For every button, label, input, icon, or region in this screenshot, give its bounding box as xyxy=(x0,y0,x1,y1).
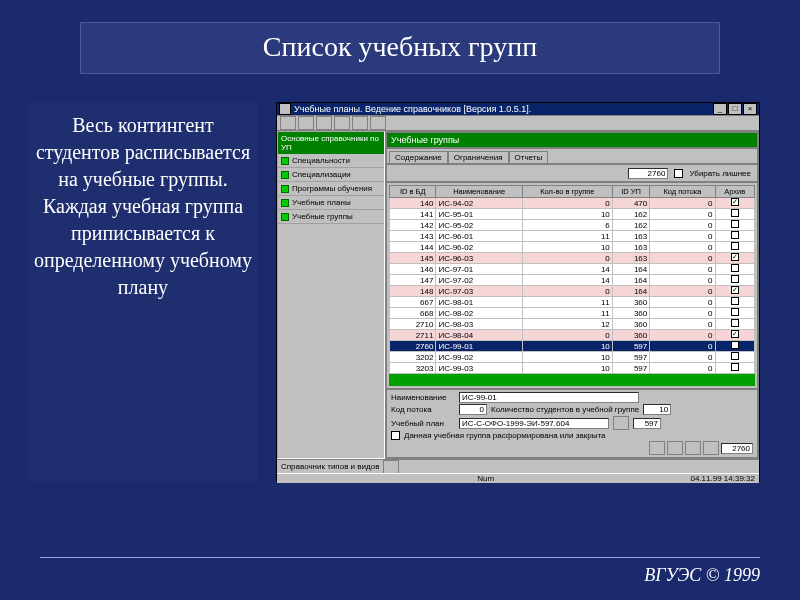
tab[interactable]: Отчеты xyxy=(509,151,549,163)
table-row[interactable]: 148ИС-97-0301640 xyxy=(390,286,755,297)
form-name-input[interactable]: ИС-99-01 xyxy=(459,392,639,403)
archive-checkbox[interactable] xyxy=(731,220,739,228)
archive-checkbox[interactable] xyxy=(731,330,739,338)
bullet-icon xyxy=(281,157,289,165)
form-plan-label: Учебный план xyxy=(391,419,455,428)
maximize-button[interactable]: □ xyxy=(728,103,742,115)
status-time: 04.11.99 14:39:32 xyxy=(690,474,755,483)
toolbar-button[interactable] xyxy=(298,116,314,130)
nav-id-display: 2760 xyxy=(721,443,753,454)
toolbar-button[interactable] xyxy=(352,116,368,130)
table-row[interactable]: 2760ИС-99-01105970 xyxy=(390,341,755,352)
nav-next-button[interactable] xyxy=(685,441,701,455)
column-header[interactable]: Архив xyxy=(715,186,754,198)
archive-checkbox[interactable] xyxy=(731,352,739,360)
toolbar-button[interactable] xyxy=(316,116,332,130)
minimize-button[interactable]: _ xyxy=(713,103,727,115)
sidebar-item-label: Учебные группы xyxy=(292,212,353,221)
toolbar-button[interactable] xyxy=(280,116,296,130)
archive-checkbox[interactable] xyxy=(731,198,739,206)
archive-checkbox[interactable] xyxy=(731,308,739,316)
column-header[interactable]: ID УП xyxy=(612,186,650,198)
bullet-icon xyxy=(281,199,289,207)
table-row[interactable]: 147ИС-97-02141640 xyxy=(390,275,755,286)
toolbar-button[interactable] xyxy=(370,116,386,130)
filter-checkbox[interactable] xyxy=(674,169,683,178)
nav-prev-button[interactable] xyxy=(667,441,683,455)
statusbar: Num 04.11.99 14:39:32 xyxy=(277,473,759,483)
table-row[interactable]: 2711ИС-98-0403600 xyxy=(390,330,755,341)
form-cnt-label: Количество студентов в учебной группе xyxy=(491,405,639,414)
sidebar-item[interactable]: Учебные группы xyxy=(278,210,384,224)
sidebar-item[interactable]: Специализации xyxy=(278,168,384,182)
archive-checkbox[interactable] xyxy=(731,242,739,250)
footer-divider xyxy=(40,557,760,558)
footer-text: ВГУЭС © 1999 xyxy=(644,565,760,586)
sidebar-item[interactable]: Программы обучения xyxy=(278,182,384,196)
archive-checkbox[interactable] xyxy=(731,286,739,294)
archive-checkbox[interactable] xyxy=(731,231,739,239)
table-row[interactable]: 146ИС-97-01141640 xyxy=(390,264,755,275)
table-row[interactable]: 145ИС-96-0301630 xyxy=(390,253,755,264)
sidebar-item-label: Специализации xyxy=(292,170,351,179)
form-name-label: Наименование xyxy=(391,393,455,402)
table-row[interactable]: 668ИС-98-02113600 xyxy=(390,308,755,319)
tab[interactable]: Содержание xyxy=(389,151,448,163)
table-row[interactable]: 142ИС-95-0261620 xyxy=(390,220,755,231)
form-cnt-input[interactable]: 10 xyxy=(643,404,671,415)
tab[interactable]: Ограничения xyxy=(448,151,509,163)
archive-checkbox[interactable] xyxy=(731,297,739,305)
detail-form: Наименование ИС-99-01 Код потока 0 Колич… xyxy=(387,390,757,457)
table-row[interactable]: 3203ИС-99-03105970 xyxy=(390,363,755,374)
table-row[interactable]: 3202ИС-99-02105970 xyxy=(390,352,755,363)
bottom-button[interactable] xyxy=(383,460,399,474)
tabs: СодержаниеОграниченияОтчеты xyxy=(387,149,757,163)
side-panel-header: Основные справочники по УП xyxy=(278,132,384,154)
app-window: Учебные планы. Ведение справочников [Вер… xyxy=(276,102,760,482)
form-arc-checkbox[interactable] xyxy=(391,431,400,440)
archive-checkbox[interactable] xyxy=(731,341,739,349)
filter-check-label: Убирать лишнее xyxy=(689,169,751,178)
toolbar-button[interactable] xyxy=(334,116,350,130)
toolbar xyxy=(277,116,759,131)
main-header: Учебные группы xyxy=(387,133,757,147)
column-header[interactable]: Наименование xyxy=(436,186,522,198)
archive-checkbox[interactable] xyxy=(731,209,739,217)
column-header[interactable]: Код потока xyxy=(650,186,715,198)
archive-checkbox[interactable] xyxy=(731,253,739,261)
sidebar-item[interactable]: Специальности xyxy=(278,154,384,168)
nav-first-button[interactable] xyxy=(649,441,665,455)
nav-last-button[interactable] xyxy=(703,441,719,455)
table-row[interactable]: 2710ИС-98-03123600 xyxy=(390,319,755,330)
form-kod-input[interactable]: 0 xyxy=(459,404,487,415)
bullet-icon xyxy=(281,185,289,193)
sidebar-item-label: Учебные планы xyxy=(292,198,351,207)
archive-checkbox[interactable] xyxy=(731,319,739,327)
slide-title: Список учебных групп xyxy=(80,22,720,74)
bullet-icon xyxy=(281,213,289,221)
app-icon xyxy=(279,103,291,115)
bottom-label: Справочник типов и видов xyxy=(281,462,379,471)
table-row[interactable]: 141ИС-95-01101620 xyxy=(390,209,755,220)
bullet-icon xyxy=(281,171,289,179)
filter-id-input[interactable]: 2760 xyxy=(628,168,668,179)
status-num: Num xyxy=(281,474,690,483)
slide-description: Весь контингент студентов расписывается … xyxy=(28,102,258,482)
archive-checkbox[interactable] xyxy=(731,264,739,272)
column-header[interactable]: Кол-во в группе xyxy=(522,186,612,198)
close-button[interactable]: × xyxy=(743,103,757,115)
column-header[interactable]: ID в БД xyxy=(390,186,436,198)
form-plan-id[interactable]: 597 xyxy=(633,418,661,429)
table-row[interactable]: 667ИС-98-01113600 xyxy=(390,297,755,308)
grid[interactable]: ID в БДНаименованиеКол-во в группеID УПК… xyxy=(387,183,757,388)
form-plan-input[interactable]: ИС-С-ОФО-1999-ЭИ-597.604 xyxy=(459,418,609,429)
table-row[interactable]: 143ИС-96-01111630 xyxy=(390,231,755,242)
table-row[interactable]: 140ИС-94-0204700 xyxy=(390,198,755,209)
bottom-strip: Справочник типов и видов xyxy=(277,459,759,473)
archive-checkbox[interactable] xyxy=(731,275,739,283)
plan-lookup-button[interactable] xyxy=(613,416,629,430)
sidebar-item[interactable]: Учебные планы xyxy=(278,196,384,210)
archive-checkbox[interactable] xyxy=(731,363,739,371)
grid-footer-strip xyxy=(389,374,755,386)
table-row[interactable]: 144ИС-96-02101630 xyxy=(390,242,755,253)
